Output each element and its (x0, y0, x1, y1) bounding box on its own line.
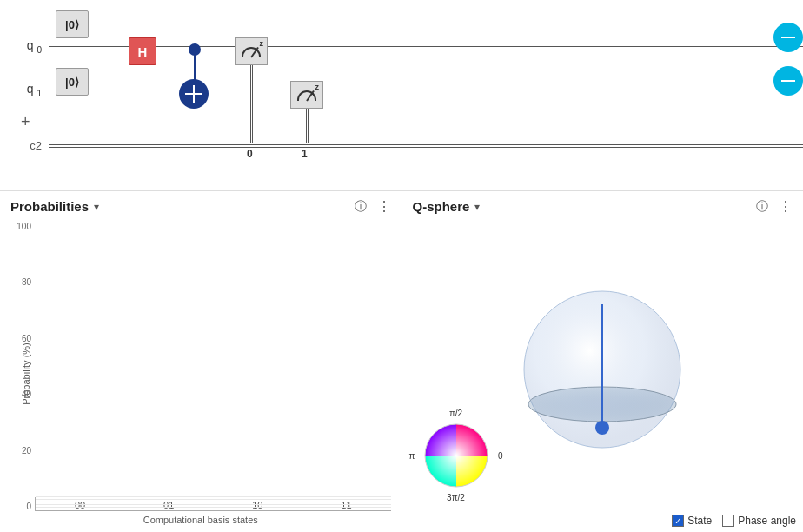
qubit-1-label: q 1 (0, 82, 49, 98)
phase-label-right: 0 (498, 451, 503, 461)
cnot-target[interactable] (179, 79, 209, 109)
legend-row: State Phase angle (672, 515, 796, 527)
measure-gate-q1[interactable]: z (290, 81, 323, 109)
circuit-area: q 0 q 1 + c2 |0⟩ |0⟩ H (0, 0, 803, 191)
qsphere-panel-header: Q-sphere ▾ ⓘ ⋮ (413, 198, 793, 215)
y-tick-80: 80 (10, 277, 31, 287)
qubit-row-0: q 0 (0, 38, 803, 55)
phase-wheel-svg (421, 421, 491, 490)
grid-line-80 (36, 499, 391, 500)
probabilities-panel: Probabilities ▾ ⓘ ⋮ Probability (%) 0 20… (0, 191, 402, 532)
svg-point-5 (595, 421, 609, 435)
meas-drop-q0 (250, 65, 253, 143)
state-checkbox[interactable] (672, 515, 684, 527)
y-tick-100: 100 (10, 222, 31, 231)
clbit-wire (49, 144, 803, 148)
grid-line-20 (36, 507, 391, 508)
phase-angle-label: Phase angle (738, 515, 796, 527)
bit-label-0: 0 (247, 148, 253, 160)
y-tick-40: 40 (10, 389, 31, 399)
remove-qubit-1-button[interactable]: − (773, 66, 803, 96)
prob-panel-header: Probabilities ▾ ⓘ ⋮ (10, 198, 391, 215)
bottom-area: Probabilities ▾ ⓘ ⋮ Probability (%) 0 20… (0, 191, 803, 532)
prob-chart-area: Probability (%) 0 20 40 60 80 100 (10, 222, 391, 525)
prob-more-icon[interactable]: ⋮ (377, 198, 391, 215)
minus-icon-q1: − (784, 72, 793, 90)
y-tick-60: 60 (10, 334, 31, 343)
clbit-row: c2 (0, 139, 803, 152)
legend-phase-angle[interactable]: Phase angle (722, 515, 796, 527)
chart-inner: 0 20 40 60 80 100 (10, 222, 391, 525)
bit-label-1: 1 (302, 148, 308, 160)
ket-gate-q0[interactable]: |0⟩ (56, 10, 89, 38)
phase-label-bottom: 3π/2 (447, 493, 465, 502)
measure-z-q1: z (315, 83, 320, 91)
prob-chevron-icon[interactable]: ▾ (94, 201, 99, 213)
qubit-0-wire (49, 46, 803, 47)
phase-label-left: π (409, 451, 415, 461)
grid-line-60 (36, 502, 391, 502)
legend-state[interactable]: State (672, 515, 712, 527)
y-ticks: 0 20 40 60 80 100 (10, 222, 35, 511)
meas-drop-q1 (306, 109, 309, 143)
x-axis-label: Computational basis states (10, 515, 391, 525)
prob-panel-title: Probabilities (10, 199, 89, 214)
remove-qubit-0-button[interactable]: − (773, 23, 803, 52)
measure-gate-q0[interactable]: z (235, 37, 268, 65)
qubit-0-label: q 0 (0, 38, 49, 55)
y-tick-20: 20 (10, 446, 31, 456)
phase-label-top: π/2 (449, 409, 462, 418)
grid-line-40 (36, 504, 391, 505)
qsphere-svg (507, 278, 698, 469)
qsphere-panel-title: Q-sphere (413, 199, 470, 214)
sphere-container: π/2 3π/2 π 0 (413, 222, 793, 525)
bar-area: 00 01 10 11 (35, 497, 391, 511)
minus-icon-q0: − (784, 29, 793, 47)
phase-angle-checkbox[interactable] (722, 515, 734, 527)
qsphere-chevron-icon[interactable]: ▾ (474, 201, 480, 213)
qsphere-info-icon[interactable]: ⓘ (756, 199, 768, 215)
y-tick-0: 0 (10, 502, 31, 511)
grid-line-100 (36, 496, 391, 497)
prob-info-icon[interactable]: ⓘ (355, 199, 367, 215)
qubit-row-1: q 1 (0, 82, 803, 98)
clbit-label: c2 (0, 139, 49, 152)
qsphere-more-icon[interactable]: ⋮ (779, 198, 793, 215)
state-label: State (687, 515, 712, 527)
ket-gate-q1[interactable]: |0⟩ (56, 68, 89, 96)
measure-z-q0: z (260, 39, 264, 48)
qubit-1-wire (49, 90, 803, 90)
qsphere-panel: Q-sphere ▾ ⓘ ⋮ π/2 3π/2 π 0 (402, 191, 804, 532)
h-gate[interactable]: H (129, 37, 156, 65)
phase-wheel: π/2 3π/2 π 0 (421, 421, 491, 490)
add-qubit-button[interactable]: + (21, 113, 30, 131)
grid-area: 0 20 40 60 80 100 (10, 222, 391, 511)
